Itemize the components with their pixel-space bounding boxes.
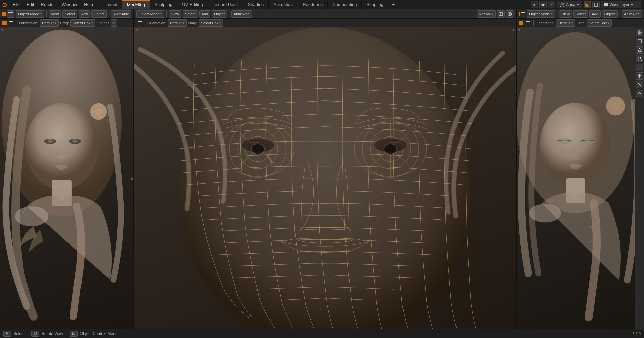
svg-point-29 (509, 13, 511, 15)
viewport-right-header: Object Mode ▾ View Select Add Object Ani… (517, 9, 644, 19)
engine-icon-btn[interactable]: ● (531, 1, 538, 8)
right-vp-anim[interactable]: AnimAide (622, 10, 642, 18)
center-shading-btn[interactable]: Normal ▾ (477, 10, 496, 18)
scene-settings-btn[interactable] (539, 1, 547, 8)
left-vp-mode[interactable]: Object Mode ▾ (16, 10, 44, 18)
left-vp-filter2[interactable] (8, 20, 15, 26)
left-orientation-btn[interactable]: Default ▾ (40, 19, 59, 27)
left-vp-active2 (2, 21, 7, 25)
left-vp-anim[interactable]: AnimAide (111, 10, 131, 18)
tab-scripting[interactable]: Scripting (362, 0, 388, 9)
menu-render[interactable]: Render (37, 0, 58, 9)
svg-rect-80 (638, 68, 641, 68)
left-drag-btn[interactable]: Select Box ▾ (70, 19, 96, 27)
tab-shading[interactable]: Shading (243, 0, 269, 9)
right-vp-view[interactable]: View (559, 10, 572, 18)
blender-logo[interactable] (0, 0, 9, 9)
center-vp-mode[interactable]: Object Mode ▾ (136, 10, 164, 18)
rotate-status-label: Rotate View (41, 331, 63, 336)
left-orientation-label: Orientation: (19, 21, 38, 25)
right-vp-object[interactable]: Object (602, 10, 618, 18)
select-status-label: Select (13, 331, 24, 336)
center-wire-toggle[interactable] (497, 10, 505, 18)
render-icon-1[interactable] (584, 1, 591, 8)
svg-rect-11 (604, 5, 608, 6)
tab-sculpting[interactable]: Sculpting (150, 0, 177, 9)
center-orientation-btn[interactable]: Default ▾ (168, 19, 187, 27)
viewport-center-header: Object Mode ▾ View Select Add Object Ani… (134, 9, 516, 19)
svg-point-21 (95, 108, 102, 115)
left-vp-select[interactable]: Select (62, 10, 77, 18)
version-label: 3.5.0 (633, 332, 641, 336)
toolbar-btn-6[interactable] (636, 72, 643, 80)
viewport-center: Object Mode ▾ View Select Add Object Ani… (134, 9, 517, 329)
center-vp-view[interactable]: View (169, 10, 181, 18)
tab-animation[interactable]: Animation (269, 0, 298, 9)
viewport-center-toolbar: Orientation: Default ▾ Drag: Select Box … (134, 19, 516, 27)
center-drag-btn[interactable]: Select Box ▾ (199, 19, 224, 27)
left-vp-filter[interactable] (7, 10, 14, 18)
right-side-toolbar (635, 27, 644, 329)
context-key-icon (70, 331, 78, 337)
tab-add-button[interactable]: + (388, 0, 398, 9)
left-opts-label: Options (97, 21, 109, 25)
right-corner-arrow: ◥ (517, 28, 520, 32)
menu-file[interactable]: File (9, 0, 23, 9)
right-viewport-canvas[interactable]: ◥ (517, 27, 644, 329)
left-vp-view[interactable]: View (49, 10, 61, 18)
svg-marker-5 (577, 4, 579, 5)
toolbar-btn-2[interactable] (636, 38, 643, 45)
menu-help[interactable]: Help (80, 0, 96, 9)
right-vp-select[interactable]: Select (573, 10, 588, 18)
tab-texture-paint[interactable]: Texture Paint (208, 0, 243, 9)
tab-compositing[interactable]: Compositing (328, 0, 362, 9)
render-icon-2[interactable] (592, 1, 600, 8)
left-options-btn[interactable]: ▾ (111, 19, 117, 27)
top-menu-bar: File Edit Render Window Help Layout Mode… (0, 0, 644, 9)
right-drag-btn[interactable]: Select Box ▾ (587, 19, 612, 27)
left-vp-active-indicator (2, 12, 6, 16)
center-xray-toggle[interactable] (506, 10, 514, 18)
view-layer-button[interactable]: View Layer (601, 1, 641, 8)
toolbar-btn-8[interactable] (636, 90, 643, 97)
rotate-key-icon (31, 331, 39, 337)
toolbar-btn-4[interactable] (636, 55, 643, 62)
left-viewport-canvas[interactable]: ◀ ◥ (0, 27, 133, 329)
svg-marker-87 (6, 332, 8, 335)
tab-uv-editing[interactable]: UV Editing (177, 0, 208, 9)
center-vp-anim[interactable]: AnimAide (231, 10, 252, 18)
center-vp-add[interactable]: Add (199, 10, 211, 18)
menu-window[interactable]: Window (58, 0, 80, 9)
center-vp-select[interactable]: Select (183, 10, 198, 18)
center-vp-filter[interactable] (136, 20, 143, 26)
center-viewport-canvas[interactable]: ◥ ◤ (134, 27, 516, 329)
user-name-button[interactable]: Anna (557, 1, 582, 8)
toolbar-btn-5[interactable] (636, 64, 643, 71)
status-context: Object Context Menu (70, 331, 118, 337)
tab-layout[interactable]: Layout (100, 0, 122, 9)
tab-rendering[interactable]: Rendering (298, 0, 328, 9)
scene-close-btn[interactable]: ✕ (548, 1, 555, 8)
right-vp-filter[interactable] (521, 11, 525, 17)
right-orientation-btn[interactable]: Default ▾ (556, 19, 575, 27)
right-vp-mode[interactable]: Object Mode ▾ (527, 10, 555, 18)
svg-point-88 (34, 332, 37, 335)
svg-point-69 (611, 102, 620, 110)
left-vp-add[interactable]: Add (79, 10, 90, 18)
viewport-left: Object Mode ▾ View Select Add Object Ani… (0, 9, 134, 329)
svg-point-19 (72, 139, 78, 143)
left-vp-object[interactable]: Object (91, 10, 107, 18)
center-vp-object[interactable]: Object (212, 10, 227, 18)
menu-edit[interactable]: Edit (23, 0, 37, 9)
toolbar-btn-1[interactable] (636, 29, 643, 36)
svg-marker-12 (631, 4, 633, 5)
svg-point-64 (540, 103, 610, 187)
toolbar-btn-3[interactable] (636, 46, 643, 54)
viewports-area: Object Mode ▾ View Select Add Object Ani… (0, 9, 644, 329)
right-vp-filter2[interactable] (525, 20, 531, 26)
right-vp-add[interactable]: Add (589, 10, 601, 18)
toolbar-btn-7[interactable] (636, 81, 643, 88)
status-bar: Select Rotate View Object Context Menu 3… (0, 329, 644, 338)
tab-modeling[interactable]: Modeling (122, 0, 150, 9)
svg-marker-3 (541, 3, 545, 6)
